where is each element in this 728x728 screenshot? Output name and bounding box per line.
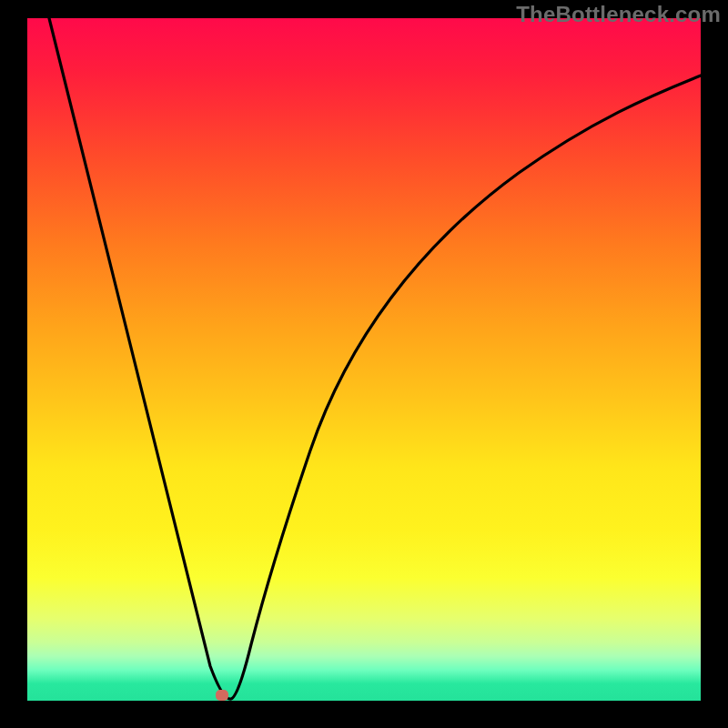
watermark-text: TheBottleneck.com (516, 2, 721, 27)
chart-frame: TheBottleneck.com (0, 0, 728, 728)
minimum-marker (216, 690, 228, 701)
plot-area (27, 18, 701, 701)
bottleneck-curve (49, 18, 701, 699)
curve-svg (27, 18, 701, 701)
